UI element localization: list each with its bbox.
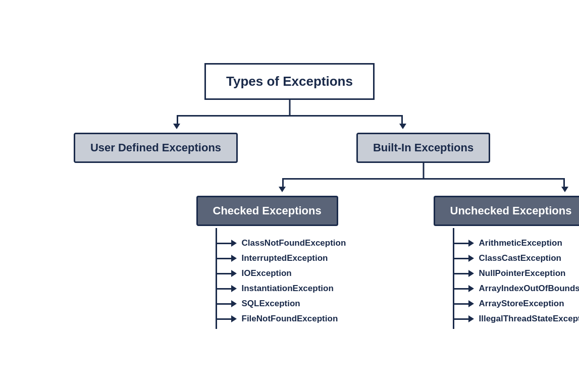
list-item-text: SQLException xyxy=(242,299,300,309)
checked-node: Checked Exceptions xyxy=(196,196,338,226)
list-item-text: ArithmeticException xyxy=(479,238,562,248)
builtin-connector xyxy=(247,163,580,196)
list-item-text: ArrayStoreException xyxy=(479,299,564,309)
unchecked-list-item: IllegalThreadStateException xyxy=(454,314,580,324)
checked-list-item: SQLException xyxy=(217,299,346,309)
level2-row: Checked Exceptions ClassNotFoundExceptio… xyxy=(196,196,580,329)
level1-row: User Defined Exceptions Built-In Excepti… xyxy=(63,133,517,329)
unchecked-list-item: ArrayIndexOutOfBoundsException xyxy=(454,284,580,294)
list-item-text: IOException xyxy=(242,268,292,278)
checked-branch: Checked Exceptions ClassNotFoundExceptio… xyxy=(196,196,413,329)
list-item-text: IllegalThreadStateException xyxy=(479,314,580,324)
list-item-text: NullPointerException xyxy=(479,268,566,278)
list-item-text: InterruptedException xyxy=(242,253,328,263)
list-item-text: FileNotFoundException xyxy=(242,314,338,324)
unchecked-list-item: ArrayStoreException xyxy=(454,299,580,309)
checked-list-item: InstantiationException xyxy=(217,284,346,294)
builtin-node: Built-In Exceptions xyxy=(356,133,490,163)
user-defined-branch: User Defined Exceptions xyxy=(63,133,249,163)
root-connector xyxy=(113,100,466,133)
unchecked-node: Unchecked Exceptions xyxy=(434,196,580,226)
checked-list-item: InterruptedException xyxy=(217,253,346,263)
unchecked-list-item: ClassCastException xyxy=(454,253,580,263)
list-item-text: ArrayIndexOutOfBoundsException xyxy=(479,284,580,294)
unchecked-list-item: NullPointerException xyxy=(454,268,580,278)
list-arrow-icon xyxy=(454,285,474,292)
checked-list-item: IOException xyxy=(217,268,346,278)
checked-list-item: ClassNotFoundException xyxy=(217,238,346,248)
list-arrow-icon xyxy=(454,270,474,277)
builtin-branch: Built-In Exceptions xyxy=(330,133,517,329)
list-item-text: InstantiationException xyxy=(242,284,334,294)
top-section: Types of Exceptions xyxy=(63,63,517,329)
unchecked-branch: Unchecked Exceptions ArithmeticException xyxy=(434,196,580,329)
user-defined-node: User Defined Exceptions xyxy=(74,133,238,163)
root-node: Types of Exceptions xyxy=(204,63,375,100)
full-layout: Types of Exceptions xyxy=(17,63,562,329)
list-arrow-icon xyxy=(217,285,237,292)
list-item-text: ClassCastException xyxy=(479,253,561,263)
list-arrow-icon xyxy=(217,255,237,262)
unchecked-list: ArithmeticException ClassCastException N… xyxy=(454,233,580,329)
unchecked-list-section: ArithmeticException ClassCastException N… xyxy=(434,228,580,329)
diagram: Types of Exceptions xyxy=(12,53,567,339)
list-arrow-icon xyxy=(217,300,237,307)
list-arrow-icon xyxy=(454,240,474,247)
list-arrow-icon xyxy=(217,270,237,277)
list-arrow-icon xyxy=(217,240,237,247)
list-item-text: ClassNotFoundException xyxy=(242,238,346,248)
checked-list-section: ClassNotFoundException InterruptedExcept… xyxy=(196,228,413,329)
root-title: Types of Exceptions xyxy=(226,74,353,89)
list-arrow-icon xyxy=(454,300,474,307)
unchecked-list-item: ArithmeticException xyxy=(454,238,580,248)
checked-list-item: FileNotFoundException xyxy=(217,314,346,324)
checked-list: ClassNotFoundException InterruptedExcept… xyxy=(217,233,346,329)
list-arrow-icon xyxy=(454,255,474,262)
list-arrow-icon xyxy=(217,315,237,322)
list-arrow-icon xyxy=(454,315,474,322)
